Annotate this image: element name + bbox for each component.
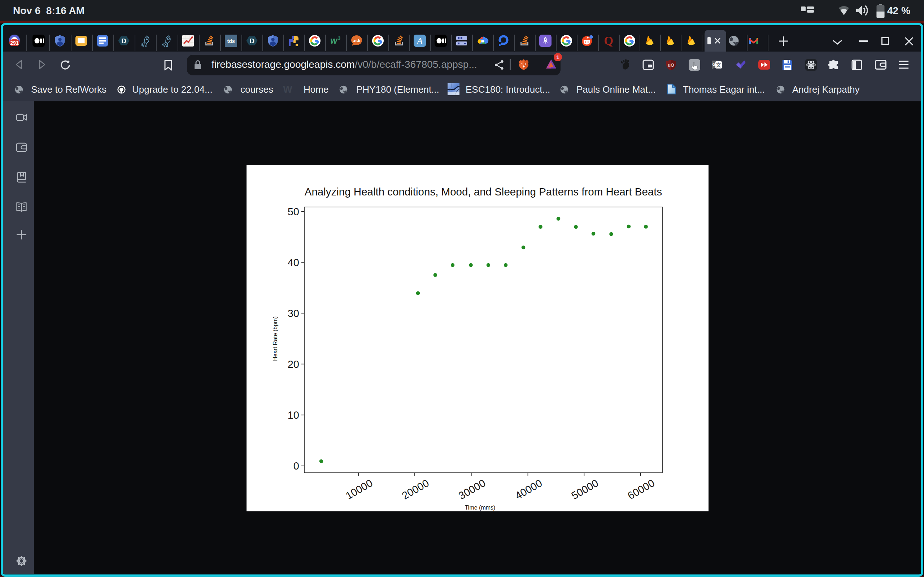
svg-text:w: w	[330, 35, 338, 45]
svg-text:291: 291	[10, 40, 19, 46]
svg-text:0: 0	[294, 460, 299, 472]
svg-text:Heart Rate (bpm): Heart Rate (bpm)	[272, 316, 278, 361]
svg-text:50000: 50000	[569, 477, 600, 501]
svg-text:G: G	[712, 62, 716, 67]
svg-text:Time (mms): Time (mms)	[465, 504, 496, 511]
svg-text:60000: 60000	[625, 477, 657, 501]
svg-text:30000: 30000	[457, 477, 488, 501]
svg-text:3: 3	[338, 35, 340, 41]
svg-text:40000: 40000	[513, 477, 544, 501]
svg-text:uO: uO	[668, 62, 674, 68]
svg-text:ask: ask	[353, 38, 360, 43]
svg-text:10: 10	[288, 409, 299, 421]
svg-text:文: 文	[716, 62, 721, 68]
svg-text:30: 30	[288, 308, 299, 319]
svg-text:Q: Q	[604, 35, 613, 47]
svg-text:tds: tds	[228, 38, 235, 44]
svg-text:50: 50	[288, 206, 299, 218]
svg-text:40: 40	[288, 257, 299, 268]
svg-text:20000: 20000	[400, 477, 431, 501]
svg-text:A: A	[416, 36, 423, 46]
svg-text:20: 20	[288, 358, 299, 370]
svg-text:10000: 10000	[344, 477, 375, 501]
svg-text:Analyzing Health conditions, M: Analyzing Health conditions, Mood, and S…	[305, 186, 662, 198]
